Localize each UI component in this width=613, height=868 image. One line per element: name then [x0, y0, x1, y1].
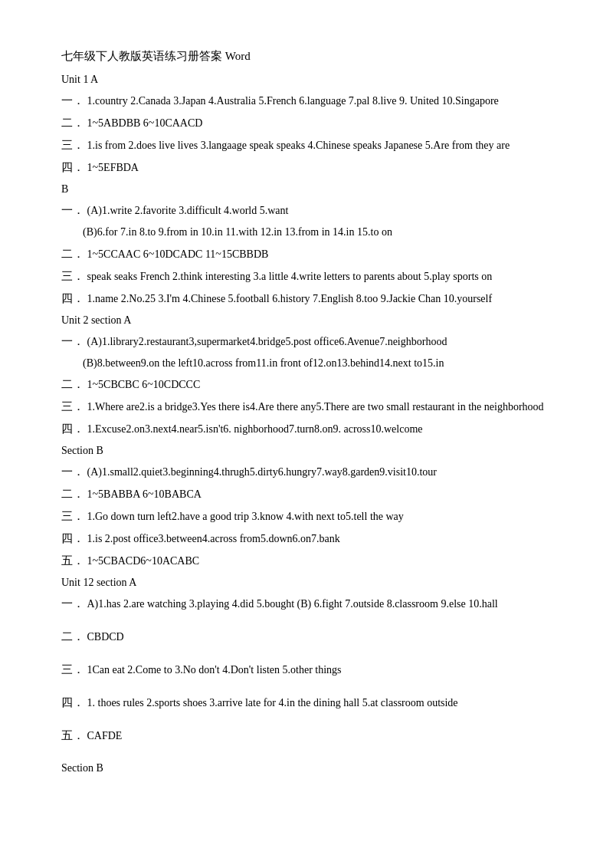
unit2-secb-header: Section B [61, 441, 552, 460]
unit12-s1: 一． A)1.has 2.are watching 3.playing 4.di… [61, 593, 552, 614]
unit1-b4-text: 1.name 2.No.25 3.I'm 4.Chinese 5.footbal… [87, 293, 493, 304]
unit12-s3-label: 三． [61, 663, 84, 676]
unit1-b2: 二． 1~5CCAAC 6~10DCADC 11~15CBBDB [61, 244, 552, 265]
unit2-sb2-label: 二． [61, 488, 84, 500]
unit1-s2-label: 二． [61, 117, 84, 129]
unit1-s2: 二． 1~5ABDBB 6~10CAACD [61, 113, 552, 133]
unit12-header: Unit 12 section A [61, 573, 552, 592]
unit1-s2-text: 1~5ABDBB 6~10CAACD [87, 117, 203, 129]
unit1-header: Unit 1 A [61, 70, 552, 89]
unit12-s2: 二． CBDCD [61, 626, 552, 647]
unit2-sb2-text: 1~5BABBA 6~10BABCA [87, 488, 202, 500]
unit1-b2-text: 1~5CCAAC 6~10DCADC 11~15CBBDB [87, 248, 269, 260]
unit12-s3: 三． 1Can eat 2.Come to 3.No don't 4.Don't… [61, 659, 552, 680]
unit12-s1-label: 一． [61, 597, 84, 610]
unit2-sb5-text: 1~5CBACD6~10ACABC [87, 555, 200, 567]
unit1-b1: 一． (A)1.write 2.favorite 3.difficult 4.w… [61, 200, 552, 221]
unit2-s1b-text: (B)8.between9.on the left10.across from1… [83, 357, 444, 369]
unit2-sb5: 五． 1~5CBACD6~10ACABC [61, 551, 552, 571]
unit12-s5: 五． CAFDE [61, 725, 552, 746]
unit1-b4-label: 四． [61, 292, 84, 304]
unit2-sb4-label: 四． [61, 532, 84, 544]
unit1-s3-text: 1.is from 2.does live lives 3.langaage s… [87, 140, 510, 151]
unit2-s1b: (B)8.between9.on the left10.across from1… [83, 353, 552, 373]
unit12-s4-text: 1. thoes rules 2.sports shoes 3.arrive l… [87, 697, 458, 709]
unit2-s4-label: 四． [61, 422, 84, 435]
unit2-sb3-text: 1.Go down turn left2.have a good trip 3.… [87, 511, 404, 522]
unit12-s4-label: 四． [61, 696, 84, 709]
unit2-sb1: 一． (A)1.small2.quiet3.beginning4.thrugh5… [61, 462, 552, 482]
unit12-secb-header: Section B [61, 758, 552, 778]
page-title: 七年级下人教版英语练习册答案 Word [61, 46, 552, 67]
spacer3 [61, 682, 552, 692]
unit1-b3-text: speak seaks French 2.think interesting 3… [87, 271, 493, 282]
unit1-b2-label: 二． [61, 248, 84, 260]
unit1-s3-label: 三． [61, 139, 84, 151]
unit2-s3-text: 1.Where are2.is a bridge3.Yes there is4.… [87, 401, 544, 413]
unit12-s5-label: 五． [61, 729, 84, 741]
unit1-b-header: B [61, 179, 552, 199]
unit2-s1: 一． (A)1.library2.restaurant3,supermarket… [61, 331, 552, 352]
unit1-s1: 一． 1.country 2.Canada 3.Japan 4.Australi… [61, 90, 552, 111]
unit2-s2-text: 1~5CBCBC 6~10CDCCC [87, 379, 201, 390]
unit1-s4-text: 1~5EFBDA [87, 162, 139, 173]
unit1-b4: 四． 1.name 2.No.25 3.I'm 4.Chinese 5.foot… [61, 288, 552, 309]
unit2-header: Unit 2 section A [61, 311, 552, 330]
spacer5 [61, 748, 552, 758]
spacer1 [61, 616, 552, 626]
document-container: 七年级下人教版英语练习册答案 Word Unit 1 A 一． 1.countr… [61, 46, 552, 778]
unit2-sb3-label: 三． [61, 510, 84, 522]
unit2-s2-label: 二． [61, 378, 84, 390]
unit12-s2-label: 二． [61, 630, 84, 643]
unit2-s3-label: 三． [61, 400, 84, 413]
unit1-s3: 三． 1.is from 2.does live lives 3.langaag… [61, 135, 552, 156]
spacer4 [61, 715, 552, 725]
unit12-s5-text: CAFDE [87, 730, 123, 741]
unit12-s2-text: CBDCD [87, 631, 124, 643]
unit12-s4: 四． 1. thoes rules 2.sports shoes 3.arriv… [61, 692, 552, 713]
unit2-s2: 二． 1~5CBCBC 6~10CDCCC [61, 374, 552, 395]
unit2-sb1-text: (A)1.small2.quiet3.beginning4.thrugh5.di… [87, 466, 438, 478]
unit2-sb2: 二． 1~5BABBA 6~10BABCA [61, 484, 552, 505]
unit1-b1a-text: (A)1.write 2.favorite 3.difficult 4.worl… [87, 205, 289, 216]
unit2-sb5-label: 五． [61, 554, 84, 567]
unit2-sb4: 四． 1.is 2.post office3.between4.across f… [61, 528, 552, 549]
unit1-b3: 三． speak seaks French 2.think interestin… [61, 266, 552, 287]
unit2-s3: 三． 1.Where are2.is a bridge3.Yes there i… [61, 396, 552, 417]
unit12-s3-text: 1Can eat 2.Come to 3.No don't 4.Don't li… [87, 664, 342, 676]
unit2-sb1-label: 一． [61, 465, 84, 478]
unit2-s4: 四． 1.Excuse2.on3.next4.near5.isn't6. nig… [61, 419, 552, 439]
unit12-s1-text: A)1.has 2.are watching 3.playing 4.did 5… [87, 598, 498, 610]
unit2-s1a-text: (A)1.library2.restaurant3,supermarket4.b… [87, 336, 447, 347]
unit1-s4-label: 四． [61, 161, 84, 173]
unit1-b1-label: 一． [61, 204, 84, 216]
unit1-s1-label: 一． [61, 94, 84, 107]
unit1-b3-label: 三． [61, 270, 84, 282]
unit1-s1-text: 1.country 2.Canada 3.Japan 4.Australia 5… [87, 95, 499, 107]
unit1-s4: 四． 1~5EFBDA [61, 157, 552, 178]
unit1-b1b-text: (B)6.for 7.in 8.to 9.from in 10.in 11.wi… [83, 226, 392, 238]
spacer2 [61, 649, 552, 659]
unit2-s4-text: 1.Excuse2.on3.next4.near5.isn't6. nighbo… [87, 423, 423, 435]
unit2-sb4-text: 1.is 2.post office3.between4.across from… [87, 533, 340, 544]
unit2-sb3: 三． 1.Go down turn left2.have a good trip… [61, 506, 552, 527]
unit1-b1b: (B)6.for 7.in 8.to 9.from in 10.in 11.wi… [83, 222, 552, 242]
unit2-s1-label: 一． [61, 335, 84, 347]
